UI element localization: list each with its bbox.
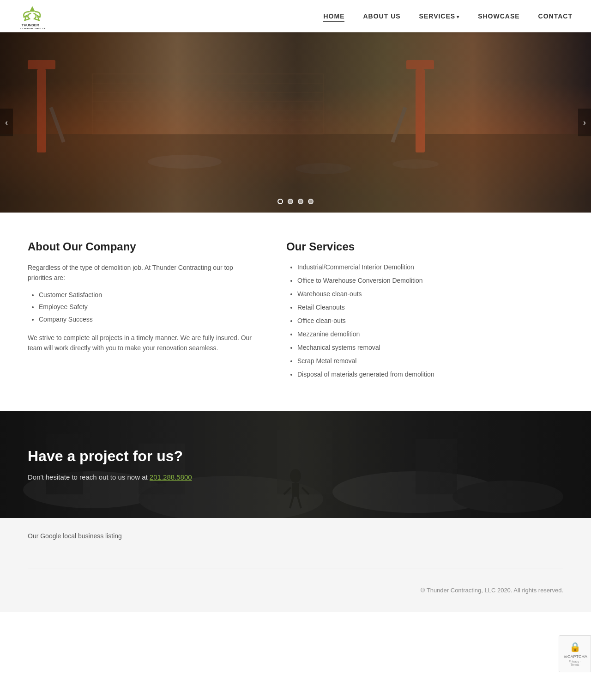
svg-rect-5 xyxy=(37,69,46,152)
slider-next-button[interactable]: › xyxy=(578,109,591,136)
main-content: About Our Company Regardless of the type… xyxy=(0,213,591,411)
nav-item-contact[interactable]: CONTACT xyxy=(538,12,573,20)
list-item: Employee Safety xyxy=(39,302,259,312)
footer-divider xyxy=(28,568,563,568)
list-item: Customer Satisfaction xyxy=(39,290,259,300)
google-listing-link[interactable]: Our Google local business listing xyxy=(28,532,122,540)
nav-item-home[interactable]: HOME xyxy=(323,12,344,20)
about-section: About Our Company Regardless of the type… xyxy=(28,240,259,383)
list-item: Mechanical systems removal xyxy=(297,343,563,353)
priorities-list: Customer Satisfaction Employee Safety Co… xyxy=(28,290,259,324)
cta-section: Have a project for us? Don't hesitate to… xyxy=(0,411,591,518)
services-section: Our Services Industrial/Commercial Inter… xyxy=(286,240,563,383)
svg-point-24 xyxy=(452,481,563,513)
about-intro: Regardless of the type of demolition job… xyxy=(28,262,259,283)
cta-text-before: Don't hesitate to reach out to us now at xyxy=(28,473,150,481)
slider-dot-2[interactable] xyxy=(288,199,293,204)
svg-marker-0 xyxy=(30,6,35,12)
footer-copyright: © Thunder Contracting, LLC 2020. All rig… xyxy=(28,578,563,598)
slider-prev-button[interactable]: ‹ xyxy=(0,109,13,136)
logo[interactable]: THUNDER CONTRACTING, LLC Demolition Serv… xyxy=(18,4,46,29)
svg-rect-30 xyxy=(292,483,299,497)
svg-text:CONTRACTING, LLC: CONTRACTING, LLC xyxy=(20,27,46,29)
list-item: Company Success xyxy=(39,314,259,324)
cta-title: Have a project for us? xyxy=(28,448,563,465)
svg-text:THUNDER: THUNDER xyxy=(22,23,39,27)
services-title: Our Services xyxy=(286,240,563,253)
chevron-down-icon: ▾ xyxy=(457,14,459,19)
svg-point-12 xyxy=(296,163,351,174)
slider-dot-4[interactable] xyxy=(308,199,314,204)
services-list: Industrial/Commercial Interior Demolitio… xyxy=(286,262,563,379)
list-item: Office to Warehouse Conversion Demolitio… xyxy=(297,276,563,286)
cta-text: Don't hesitate to reach out to us now at… xyxy=(28,473,563,481)
list-item: Disposal of materials generated from dem… xyxy=(297,370,563,379)
svg-point-11 xyxy=(148,155,222,169)
about-footer-text: We strive to complete all projects in a … xyxy=(28,333,259,353)
svg-rect-8 xyxy=(416,69,425,152)
nav-item-showcase[interactable]: SHOWCASE xyxy=(478,12,519,20)
list-item: Warehouse clean-outs xyxy=(297,289,563,299)
site-header: THUNDER CONTRACTING, LLC Demolition Serv… xyxy=(0,0,591,32)
site-footer: Our Google local business listing © Thun… xyxy=(0,518,591,612)
svg-point-13 xyxy=(392,159,439,169)
svg-rect-6 xyxy=(28,60,55,69)
cta-phone-link[interactable]: 201.288.5800 xyxy=(150,473,192,481)
nav-item-about[interactable]: ABOUT US xyxy=(363,12,400,20)
list-item: Mezzanine demolition xyxy=(297,329,563,339)
slider-dot-3[interactable] xyxy=(298,199,303,204)
slider-dot-1[interactable] xyxy=(277,199,283,204)
list-item: Scrap Metal removal xyxy=(297,356,563,366)
about-title: About Our Company xyxy=(28,240,259,253)
slider-dots xyxy=(277,199,314,204)
list-item: Industrial/Commercial Interior Demolitio… xyxy=(297,262,563,272)
nav-item-services[interactable]: SERVICES▾ xyxy=(419,12,460,20)
list-item: Office clean-outs xyxy=(297,316,563,326)
svg-rect-9 xyxy=(406,60,434,69)
list-item: Retail Cleanouts xyxy=(297,303,563,312)
hero-slider: ‹ › xyxy=(0,32,591,213)
main-nav: HOMEABOUT USSERVICES▾SHOWCASECONTACT xyxy=(323,12,573,20)
